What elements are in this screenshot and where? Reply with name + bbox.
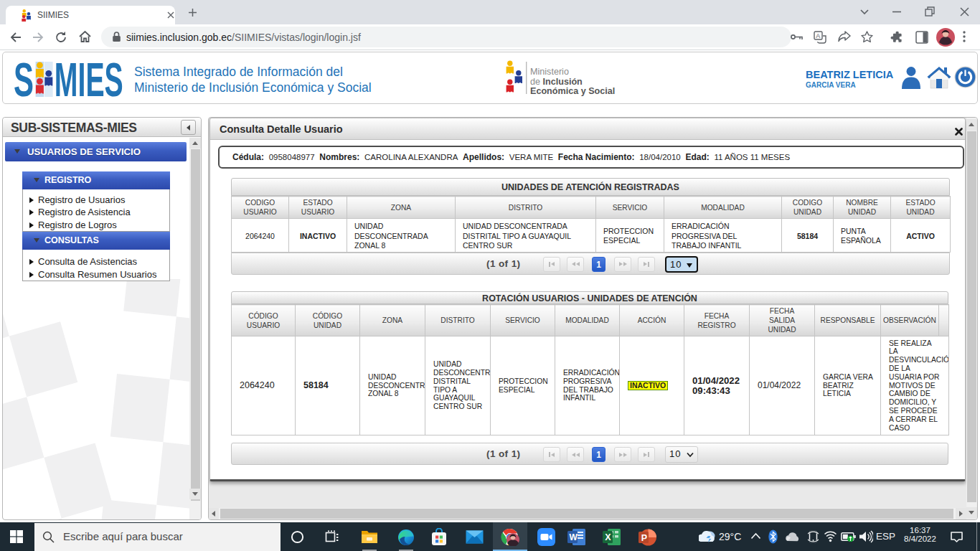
- svg-text:S: S: [14, 60, 34, 101]
- svg-text:P: P: [641, 533, 647, 543]
- svg-text:de Inclusión: de Inclusión: [530, 77, 583, 87]
- svg-text:Económica y Social: Económica y Social: [530, 86, 615, 96]
- svg-text:Ministerio: Ministerio: [530, 67, 569, 77]
- svg-text:W: W: [569, 532, 578, 542]
- svg-text:A: A: [816, 32, 820, 39]
- svg-text:X: X: [605, 532, 611, 542]
- svg-text:MIES: MIES: [55, 60, 123, 101]
